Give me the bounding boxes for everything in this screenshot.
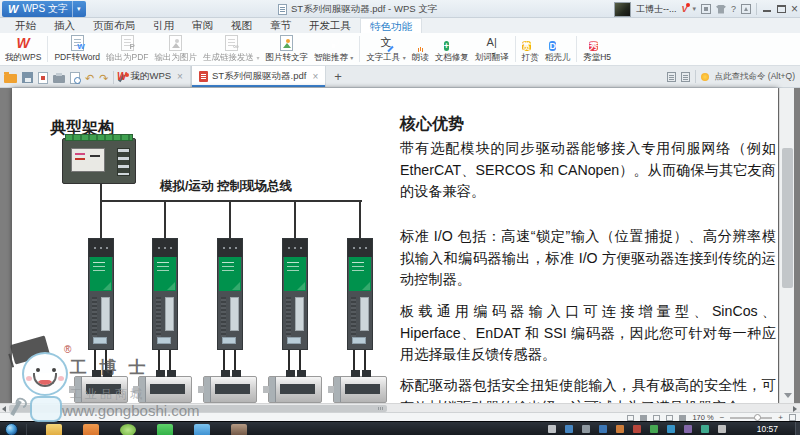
image-to-text-button[interactable]: 图片转文字: [262, 33, 311, 65]
h5-show-button[interactable]: 秀 秀堂H5: [580, 33, 614, 65]
tray-icon[interactable]: [633, 425, 641, 433]
share-pane-icon[interactable]: [681, 72, 690, 82]
ribbon-tab-insert[interactable]: 插入: [45, 18, 84, 33]
close-tab-icon[interactable]: ×: [312, 71, 318, 82]
avatar[interactable]: [614, 2, 631, 17]
taskbar-explorer-icon[interactable]: [46, 424, 62, 435]
lightbulb-icon: [701, 73, 709, 81]
horizontal-scrollbar-thumb[interactable]: [9, 405, 387, 412]
vip-badge[interactable]: V: [681, 4, 687, 14]
export-pdf-button[interactable]: P 输出为PDF: [103, 33, 152, 65]
view-mode-icon[interactable]: [679, 415, 686, 421]
share-link-button[interactable]: ∞ 生成链接发送 ▾: [200, 33, 262, 65]
ribbon-tab-review[interactable]: 审阅: [183, 18, 222, 33]
divider: [756, 3, 757, 15]
horizontal-scrollbar[interactable]: [0, 403, 800, 412]
tray-icon[interactable]: [582, 425, 590, 433]
save-icon[interactable]: [22, 72, 33, 83]
redo-icon[interactable]: ↷: [99, 72, 108, 84]
user-name[interactable]: 工博士--...: [636, 3, 677, 16]
ribbon-tab-section[interactable]: 章节: [261, 18, 300, 33]
maximize-button[interactable]: [777, 5, 786, 13]
view-mode-icon[interactable]: [653, 415, 660, 421]
tray-icon[interactable]: [548, 425, 556, 433]
servo-drive-image: [88, 238, 114, 350]
ribbon-tab-references[interactable]: 引用: [144, 18, 183, 33]
export-image-button[interactable]: 输出为图片: [152, 33, 201, 65]
new-tab-button[interactable]: +: [326, 66, 350, 87]
close-tab-icon[interactable]: ×: [177, 71, 183, 82]
print-preview-icon[interactable]: [70, 72, 80, 84]
close-button[interactable]: ×: [791, 4, 798, 14]
pdf-to-word-button[interactable]: W PDF转Word: [51, 33, 103, 65]
vertical-scrollbar[interactable]: [779, 88, 794, 403]
tray-icon[interactable]: [599, 425, 607, 433]
restore-window-icon[interactable]: [741, 4, 751, 14]
tray-icon[interactable]: [616, 425, 624, 433]
tray-icon[interactable]: [718, 425, 726, 433]
doc-tab-my-wps[interactable]: W 我的WPS ×: [110, 66, 191, 87]
right-heading: 核心优势: [400, 114, 464, 135]
view-mode-icon[interactable]: [640, 415, 647, 421]
pdf-page: 典型架构 核心优势 模拟/运动 控制现场总线: [12, 88, 778, 403]
taskbar-qq-icon[interactable]: [194, 424, 210, 435]
view-mode-icon[interactable]: [666, 415, 673, 421]
servo-drive-image: [282, 238, 308, 350]
taskbar-clock[interactable]: 10:57: [757, 424, 778, 434]
tray-icon[interactable]: [565, 425, 573, 433]
read-aloud-button[interactable]: 朗读: [409, 33, 432, 65]
taskbar-app-icon[interactable]: [83, 424, 99, 435]
fullscreen-icon[interactable]: [789, 414, 796, 421]
tray-icon[interactable]: [701, 425, 709, 433]
undo-icon[interactable]: ↶: [85, 72, 94, 84]
document-tab-bar: ↶ ↷ ▾ W 我的WPS × ST系列伺服驱动器.pdf × + 点此查: [0, 66, 800, 88]
reward-button[interactable]: 赏 打赏: [519, 33, 542, 65]
my-wps-button[interactable]: W 我的WPS: [2, 33, 44, 65]
output-pdf-icon[interactable]: [38, 72, 48, 84]
doc-tab-pdf[interactable]: ST系列伺服驱动器.pdf ×: [191, 66, 326, 87]
divider: [359, 36, 360, 62]
scroll-down-icon[interactable]: [784, 393, 792, 398]
smart-recommend-button[interactable]: 智能推荐 ▾: [311, 33, 356, 65]
paragraph: 带有选配模块的同步驱动器能够接入专用伺服网络（例如 EtherCAT、SERCO…: [400, 138, 776, 203]
doc-repair-button[interactable]: + 文档修复: [432, 33, 472, 65]
show-desktop-button[interactable]: [795, 422, 800, 435]
ribbon-tab-special-features[interactable]: 特色功能: [360, 18, 422, 33]
wps-w-icon: W: [15, 35, 31, 51]
taskbar-photo-icon[interactable]: [231, 424, 247, 435]
minimize-button[interactable]: [762, 4, 772, 14]
help-button[interactable]: ?: [731, 4, 736, 14]
ribbon-tab-view[interactable]: 视图: [222, 18, 261, 33]
cloud-doc-icon[interactable]: [667, 72, 676, 82]
start-button[interactable]: [5, 423, 18, 435]
ribbon-tab-page-layout[interactable]: 页面布局: [84, 18, 144, 33]
ribbon-tab-developer[interactable]: 开发工具: [300, 18, 360, 33]
wps-app-menu-button[interactable]: W WPS 文字 ▾: [2, 1, 86, 17]
ribbon-tab-home[interactable]: 开始: [6, 18, 45, 33]
zoom-slider-thumb[interactable]: [754, 414, 761, 421]
vertical-scrollbar-thumb[interactable]: [782, 148, 793, 288]
title-bar: W WPS 文字 ▾ ST系列伺服驱动器.pdf - WPS 文字 工博士--.…: [0, 0, 800, 18]
open-file-icon[interactable]: [4, 74, 17, 83]
ribbon-toolbar: W 我的WPS W PDF转Word P 输出为PDF 输出为图片 ∞ 生成链接…: [0, 33, 800, 66]
tray-icon[interactable]: [684, 425, 692, 433]
controller-bus-link: [100, 184, 102, 200]
view-mode-icon[interactable]: [627, 415, 634, 421]
taskbar-wechat-icon[interactable]: [157, 424, 173, 435]
print-icon[interactable]: [53, 75, 65, 83]
docer-button[interactable]: D 稻壳儿: [542, 33, 574, 65]
servo-drive-image: [152, 238, 178, 350]
fieldbus-label: 模拟/运动 控制现场总线: [160, 178, 292, 195]
chevron-down-icon: ▾: [72, 1, 81, 17]
terminal-strip: [65, 134, 133, 141]
skin-icon[interactable]: [716, 5, 726, 14]
word-translate-button[interactable]: A| 划词翻译: [472, 33, 512, 65]
taskbar-browser-icon[interactable]: [120, 424, 136, 435]
ui-layout-icon[interactable]: [701, 4, 711, 14]
zoom-slider[interactable]: [730, 417, 772, 419]
user-menu-caret-icon[interactable]: ▾: [692, 5, 696, 13]
find-command-hint[interactable]: 点此查找命令 (Alt+Q): [714, 71, 795, 83]
text-tools-button[interactable]: 文 文字工具 ▾: [363, 33, 408, 65]
tray-icon[interactable]: [667, 425, 675, 433]
tray-icon[interactable]: [650, 425, 658, 433]
